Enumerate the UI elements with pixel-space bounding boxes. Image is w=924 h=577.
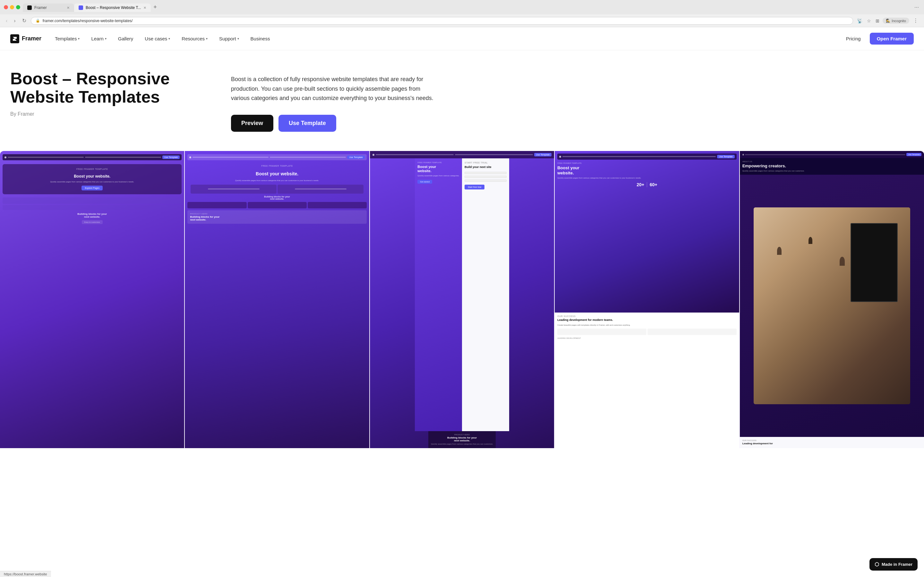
preview-mini-cta-1: Use Template bbox=[162, 155, 180, 159]
preview-light-sub-4: Create beautiful pages with templates di… bbox=[557, 324, 736, 326]
preview-start-label-3: Start free trial bbox=[465, 161, 507, 164]
tab-label-framer: Framer bbox=[34, 5, 47, 10]
open-framer-button[interactable]: Open Framer bbox=[870, 33, 914, 45]
nav-pricing[interactable]: Pricing bbox=[841, 33, 866, 44]
bookmark-icon[interactable]: ☆ bbox=[866, 17, 872, 25]
preview-hero-sub-3: Quickly assemble pages from various cate… bbox=[417, 174, 459, 177]
nav-items: Templates ▾ Learn ▾ Gallery Use cases ▾ … bbox=[49, 33, 841, 44]
nav-item-templates[interactable]: Templates ▾ bbox=[49, 33, 86, 44]
tab-close-boost[interactable]: ✕ bbox=[144, 6, 146, 10]
preview-card-5[interactable]: Use Template ABOUT US Empowering creator… bbox=[740, 151, 924, 448]
preview-hero-text-1: Boost your website. bbox=[74, 174, 110, 179]
preview-strip: Use Template FREE FRAMER TEMPLATE Boost … bbox=[0, 151, 924, 448]
window-controls-right[interactable]: ⋯ bbox=[913, 3, 920, 11]
preview-card-1[interactable]: Use Template FREE FRAMER TEMPLATE Boost … bbox=[0, 151, 185, 448]
preview-button[interactable]: Preview bbox=[231, 115, 273, 132]
close-window-button[interactable] bbox=[4, 5, 8, 9]
incognito-badge[interactable]: 🕵 Incognito bbox=[883, 18, 909, 24]
nav-item-learn[interactable]: Learn ▾ bbox=[86, 33, 112, 44]
traffic-lights bbox=[4, 5, 20, 9]
tab-favicon-boost bbox=[79, 5, 83, 10]
url-text: framer.com/templates/responsive-website-… bbox=[43, 19, 849, 23]
nav-item-support[interactable]: Support ▾ bbox=[213, 33, 245, 44]
preview-card-4[interactable]: Use Template FREE FRAMER TEMPLATE Boost … bbox=[555, 151, 740, 448]
framer-badge-icon: ⬡ bbox=[875, 561, 879, 567]
lock-icon: 🔒 bbox=[36, 19, 40, 23]
preview-mini-cta-4: Use Template bbox=[717, 155, 735, 158]
preview-card-3[interactable]: Use Template FREE FRAMER TEMPLATE Boost … bbox=[370, 151, 555, 448]
forward-button[interactable]: › bbox=[12, 17, 17, 25]
preview-light-title-4: Leading development for modern teams. bbox=[557, 318, 736, 322]
site-content: Framer Templates ▾ Learn ▾ Gallery Use c… bbox=[0, 27, 924, 577]
nav-item-resources[interactable]: Resources ▾ bbox=[176, 33, 213, 44]
made-in-framer-label: Made in Framer bbox=[882, 562, 913, 567]
status-url: https://boost.framer.website bbox=[4, 572, 47, 576]
back-button[interactable]: ‹ bbox=[4, 17, 9, 25]
preview-leading-label: Leading development bbox=[557, 337, 736, 339]
nav-item-learn-label: Learn bbox=[91, 36, 103, 41]
profile-extensions-icon[interactable]: ⊞ bbox=[874, 17, 881, 25]
preview-mini-cta-5: Use Template bbox=[906, 153, 921, 156]
preview-section-label-2: Building blocks for yournext website. bbox=[264, 195, 290, 200]
preview-mini-nav-3: Use Template bbox=[370, 151, 554, 158]
url-bar[interactable]: 🔒 framer.com/templates/responsive-websit… bbox=[31, 17, 853, 25]
hero-description: Boost is a collection of fully responsiv… bbox=[231, 75, 439, 103]
nav-item-gallery[interactable]: Gallery bbox=[112, 33, 139, 44]
preview-hero-sub-2: Quickly assemble pages from various cate… bbox=[235, 179, 319, 182]
preview-mini-cta-3: Use Template bbox=[534, 153, 552, 156]
browser-toolbar: ‹ › ↻ 🔒 framer.com/templates/responsive-… bbox=[0, 15, 924, 27]
preview-our-success-label-5: OUR SUCCESS bbox=[742, 440, 921, 442]
preview-stat2-num: 60+ bbox=[650, 182, 657, 187]
preview-free-label-1: FREE FRAMER TEMPLATE bbox=[76, 168, 108, 170]
preview-tag-1a: Easy to customize bbox=[82, 220, 103, 224]
hero-author: By Framer bbox=[10, 111, 218, 117]
hero-actions: Preview Use Template bbox=[231, 115, 439, 132]
preview-mini-nav-1: Use Template bbox=[3, 154, 182, 160]
nav-logo[interactable]: Framer bbox=[10, 34, 41, 43]
new-tab-button[interactable]: + bbox=[151, 3, 160, 12]
cast-icon[interactable]: 📡 bbox=[856, 17, 864, 25]
nav-logo-text: Framer bbox=[22, 35, 41, 42]
nav-item-use-cases[interactable]: Use cases ▾ bbox=[139, 33, 176, 44]
preview-hero-text-5: Empowering creators. bbox=[742, 163, 921, 169]
browser-titlebar: Framer ✕ Boost – Responsive Website T...… bbox=[0, 0, 924, 15]
preview-hero-text-2: Boost your website. bbox=[256, 171, 298, 177]
browser-chrome: Framer ✕ Boost – Responsive Website T...… bbox=[0, 0, 924, 27]
tab-boost[interactable]: Boost – Responsive Website T... ✕ bbox=[74, 3, 151, 12]
minimize-window-button[interactable] bbox=[10, 5, 14, 9]
preview-card-2[interactable]: Use Template FREE FRAMER TEMPLATE Boost … bbox=[185, 151, 370, 448]
preview-mini-nav-4: Use Template bbox=[557, 153, 736, 160]
preview-mini-nav-2: Use Template bbox=[187, 154, 367, 160]
hero-left: Boost – Responsive Website Templates By … bbox=[10, 69, 218, 132]
support-chevron-icon: ▾ bbox=[237, 37, 239, 40]
preview-hero-sub-1: Quickly assemble pages from various cate… bbox=[50, 181, 134, 183]
preview-hero-text-3: Boost yourwebsite. bbox=[417, 165, 436, 173]
nav-item-business[interactable]: Business bbox=[245, 33, 276, 44]
use-template-button[interactable]: Use Template bbox=[278, 115, 336, 132]
preview-explore-btn-3: Get started bbox=[417, 180, 432, 184]
nav-item-templates-label: Templates bbox=[55, 36, 77, 41]
nav-item-gallery-label: Gallery bbox=[118, 36, 134, 41]
preview-light-title-3: Build your next site bbox=[465, 165, 507, 169]
preview-free-label-2: FREE FRAMER TEMPLATE bbox=[261, 165, 292, 167]
nav-item-business-label: Business bbox=[250, 36, 270, 41]
tab-framer[interactable]: Framer ✕ bbox=[23, 3, 74, 12]
preview-light-title-5: Leading development for bbox=[742, 442, 921, 445]
preview-submit-btn-3: Start free trial bbox=[465, 185, 485, 189]
nav-item-resources-label: Resources bbox=[182, 36, 205, 41]
browser-menu-button[interactable]: ⋮ bbox=[911, 16, 920, 25]
incognito-label: Incognito bbox=[892, 19, 906, 23]
preview-explore-btn-1: Explore Pages bbox=[81, 185, 103, 190]
nav-item-use-cases-label: Use cases bbox=[145, 36, 167, 41]
toolbar-icons: 📡 ☆ ⊞ 🕵 Incognito ⋮ bbox=[856, 16, 920, 25]
maximize-window-button[interactable] bbox=[16, 5, 20, 9]
preview-free-label-3: FREE FRAMER TEMPLATE bbox=[417, 161, 442, 163]
framer-logo-icon bbox=[10, 34, 19, 43]
tab-close-framer[interactable]: ✕ bbox=[67, 6, 69, 10]
preview-section-label-3: Building blocks for yournext website. bbox=[447, 436, 477, 442]
reload-button[interactable]: ↻ bbox=[20, 16, 28, 25]
resources-chevron-icon: ▾ bbox=[206, 37, 208, 40]
preview-hero-sub-4: Quickly assemble pages from various cate… bbox=[557, 177, 641, 179]
templates-chevron-icon: ▾ bbox=[78, 37, 79, 40]
made-in-framer-badge[interactable]: ⬡ Made in Framer bbox=[869, 558, 918, 571]
